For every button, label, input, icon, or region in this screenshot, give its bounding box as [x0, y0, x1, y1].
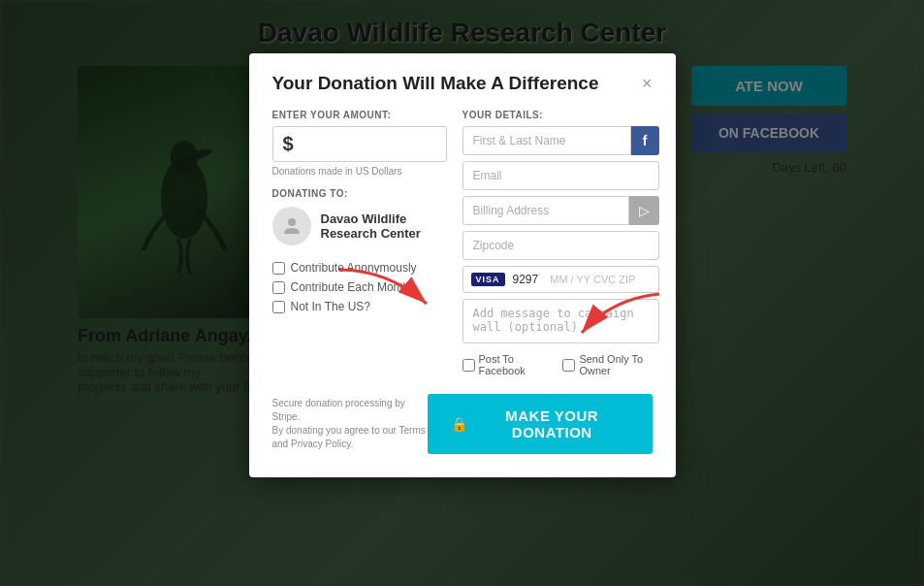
zipcode-row — [462, 231, 659, 260]
amount-box: $ — [272, 126, 447, 162]
modal-title: Your Donation Will Make A Difference — [272, 73, 599, 94]
send-to-owner-option[interactable]: Send Only To Owner — [562, 353, 658, 376]
address-row: ▷ — [462, 196, 659, 225]
checkbox-anonymous[interactable]: Contribute Anonymously — [272, 261, 447, 275]
card-number: 9297 — [513, 273, 539, 286]
donation-modal: Your Donation Will Make A Difference × E… — [249, 53, 676, 477]
zipcode-input[interactable] — [462, 231, 659, 260]
dollar-sign: $ — [283, 133, 294, 155]
visa-badge: VISA — [471, 273, 505, 286]
donate-button[interactable]: 🔒 MAKE YOUR DONATION — [428, 394, 653, 454]
checkboxes: Contribute Anonymously Contribute Each M… — [272, 261, 447, 313]
post-to-facebook-option[interactable]: Post To Facebook — [462, 353, 548, 376]
post-options: Post To Facebook Send Only To Owner — [462, 353, 659, 376]
modal-close-button[interactable]: × — [642, 75, 653, 92]
amount-input[interactable] — [300, 136, 436, 153]
svg-point-2 — [288, 218, 296, 226]
checkbox-monthly-input[interactable] — [272, 281, 285, 294]
location-button[interactable]: ▷ — [629, 196, 659, 225]
location-icon: ▷ — [639, 203, 650, 218]
checkbox-monthly[interactable]: Contribute Each Month — [272, 280, 447, 294]
card-row: VISA 9297 MM / YY CVC ZIP — [462, 266, 659, 293]
checkbox-not-us[interactable]: Not In The US? — [272, 300, 447, 313]
checkbox-not-us-input[interactable] — [272, 301, 285, 313]
email-input[interactable] — [462, 161, 659, 190]
secure-text: Secure donation processing by Stripe. By… — [272, 397, 428, 451]
name-row: f — [462, 126, 659, 155]
donating-to-label: DONATING TO: — [272, 188, 447, 199]
org-avatar — [272, 207, 311, 245]
modal-right-col: YOUR DETAILS: f ▷ — [462, 110, 659, 390]
modal-footer: Secure donation processing by Stripe. By… — [272, 394, 653, 454]
details-label: YOUR DETAILS: — [462, 110, 659, 120]
post-to-facebook-label: Post To Facebook — [479, 353, 548, 376]
modal-left-col: ENTER YOUR AMOUNT: $ Donations made in U… — [272, 110, 447, 390]
donating-to-box: Davao Wildlife Research Center — [272, 207, 447, 245]
send-to-owner-checkbox[interactable] — [562, 359, 575, 372]
modal-body: ENTER YOUR AMOUNT: $ Donations made in U… — [272, 110, 653, 390]
currency-note: Donations made in US Dollars — [272, 166, 447, 177]
name-input[interactable] — [462, 126, 631, 155]
modal-backdrop: Your Donation Will Make A Difference × E… — [0, 0, 924, 586]
address-input[interactable] — [462, 196, 629, 225]
send-to-owner-label: Send Only To Owner — [579, 353, 658, 376]
donate-button-label: MAKE YOUR DONATION — [475, 407, 629, 440]
facebook-autofill-button[interactable]: f — [631, 126, 659, 155]
modal-header: Your Donation Will Make A Difference × — [272, 73, 653, 94]
amount-label: ENTER YOUR AMOUNT: — [272, 110, 447, 120]
lock-icon: 🔒 — [451, 416, 468, 432]
org-name: Davao Wildlife Research Center — [321, 212, 447, 241]
checkbox-anonymous-input[interactable] — [272, 262, 285, 275]
message-textarea[interactable] — [462, 299, 659, 343]
card-placeholder: MM / YY CVC ZIP — [550, 274, 650, 285]
post-to-facebook-checkbox[interactable] — [462, 359, 475, 372]
facebook-icon: f — [643, 133, 648, 148]
